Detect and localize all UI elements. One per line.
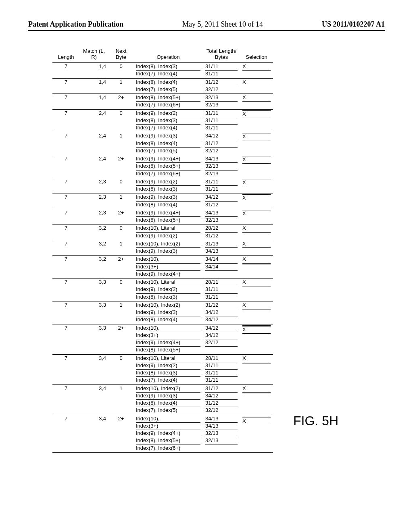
cell-line: 31/11 bbox=[205, 125, 238, 131]
cell: 0 bbox=[108, 354, 133, 384]
cell: 7 bbox=[52, 278, 79, 301]
cell: 31/1234/1234/12 bbox=[203, 301, 240, 324]
cell-line bbox=[242, 164, 271, 164]
cell-line bbox=[242, 86, 271, 87]
cell: 2,4 bbox=[79, 155, 108, 178]
cell: Index(10),Index(3+)Index(9), Index(4+)In… bbox=[133, 415, 203, 452]
cell: X bbox=[240, 278, 273, 301]
header-row: Length Match (L, R) Next Byte Operation … bbox=[52, 47, 273, 63]
cell: X bbox=[240, 78, 273, 94]
table-row: 73,20Index(10), LiteralIndex(9), Index(2… bbox=[52, 224, 273, 240]
cell: 3,4 bbox=[79, 354, 108, 384]
cell: 2+ bbox=[108, 155, 133, 178]
cell-line bbox=[242, 141, 271, 141]
cell-line: 34/12 bbox=[205, 316, 238, 323]
cell-line: 32/12 bbox=[205, 407, 238, 414]
cell: X bbox=[240, 224, 273, 240]
cell: X bbox=[240, 354, 273, 384]
cell: 2,3 bbox=[79, 209, 108, 224]
cell-line: 34/12 bbox=[205, 332, 238, 339]
cell-line: X bbox=[242, 385, 271, 393]
cell: 2,4 bbox=[79, 109, 108, 132]
cell: 2+ bbox=[108, 324, 133, 354]
cell-line: 34/12 bbox=[205, 133, 238, 140]
cell-line bbox=[242, 118, 271, 118]
cell-line: X bbox=[242, 241, 271, 248]
cell: 1 bbox=[108, 384, 133, 415]
cell-line: Index(8), Index(5+) bbox=[136, 347, 200, 353]
cell-line: 34/14 bbox=[205, 264, 238, 271]
cell-line: 31/12 bbox=[205, 202, 238, 208]
cell: 34/1234/1232/12 bbox=[203, 324, 240, 354]
table-row: 73,22+Index(10),Index(3+)Index(9), Index… bbox=[52, 256, 273, 278]
cell: 31/1131/1131/11 bbox=[203, 109, 240, 132]
cell-line: Index(9), Index(4+) bbox=[136, 430, 200, 437]
cell: X bbox=[240, 324, 273, 354]
cell-line: X bbox=[242, 418, 271, 425]
cell: Index(10),Index(3+)Index(9), Index(4+) bbox=[133, 256, 203, 278]
cell: X bbox=[240, 109, 273, 132]
cell: X bbox=[240, 63, 273, 79]
cell-line bbox=[242, 425, 271, 426]
table-body: 71,40Index(8), Index(3)Index(7), Index(4… bbox=[52, 63, 273, 453]
cell: 2+ bbox=[108, 94, 133, 110]
cell-line: Index(8), Index(5+) bbox=[136, 437, 200, 445]
cell: 7 bbox=[52, 193, 79, 209]
cell: X bbox=[240, 94, 273, 110]
header-rule bbox=[28, 30, 385, 31]
cell: Index(10), Index(2)Index(9), Index(3) bbox=[133, 240, 203, 256]
cell: 34/1334/1332/1332/13 bbox=[203, 415, 240, 452]
cell: Index(8), Index(3)Index(7), Index(4) bbox=[133, 63, 203, 79]
table-row: 73,31Index(10), Index(2)Index(9), Index(… bbox=[52, 301, 273, 324]
table-row: 72,42+Index(9), Index(4+)Index(8), Index… bbox=[52, 155, 273, 178]
header-right: US 2011/0102207 A1 bbox=[322, 20, 385, 29]
cell-line bbox=[242, 233, 271, 233]
cell: X bbox=[240, 301, 273, 324]
cell-line: Index(3+) bbox=[136, 423, 200, 430]
cell-line: Index(7), Index(5) bbox=[136, 148, 200, 154]
cell-line: X bbox=[242, 79, 271, 86]
cell-line: Index(7), Index(6+) bbox=[136, 170, 200, 177]
cell-line: Index(9), Index(3) bbox=[136, 133, 200, 140]
cell: 7 bbox=[52, 155, 79, 178]
cell: Index(9), Index(3)Index(8), Index(4) bbox=[133, 193, 203, 209]
cell: 34/1434/14 bbox=[203, 256, 240, 278]
table-row: 72,41Index(9), Index(3)Index(8), Index(4… bbox=[52, 132, 273, 155]
cell-line: Index(10), bbox=[136, 256, 200, 263]
cell: 2+ bbox=[108, 415, 133, 452]
cell-line: Index(8), Index(5+) bbox=[136, 217, 200, 224]
cell-line: X bbox=[242, 256, 271, 263]
table-row: 71,41Index(8), Index(4)Index(7), Index(5… bbox=[52, 78, 273, 94]
cell-line: Index(8), Index(3) bbox=[136, 294, 200, 301]
cell-line: Index(9), Index(2) bbox=[136, 179, 200, 186]
cell-line: 31/11 bbox=[205, 63, 238, 71]
cell: 3,3 bbox=[79, 324, 108, 354]
cell: 7 bbox=[52, 240, 79, 256]
cell-line: 31/11 bbox=[205, 71, 238, 77]
cell: 1,4 bbox=[79, 78, 108, 94]
cell-line bbox=[242, 264, 271, 265]
cell: 7 bbox=[52, 63, 79, 79]
cell: 2+ bbox=[108, 209, 133, 224]
cell: X bbox=[240, 155, 273, 178]
cell: 1 bbox=[108, 301, 133, 324]
cell-line: 34/14 bbox=[205, 256, 238, 263]
cell: 34/1332/1332/13 bbox=[203, 155, 240, 178]
cell-line: Index(9), Index(3) bbox=[136, 248, 200, 255]
cell: 0 bbox=[108, 278, 133, 301]
cell-line bbox=[242, 394, 271, 395]
cell-line: Index(9), Index(3) bbox=[136, 393, 200, 400]
cell-line: 31/12 bbox=[205, 79, 238, 86]
cell-line: 34/12 bbox=[205, 325, 238, 332]
cell: Index(10),Index(3+)Index(9), Index(4+)In… bbox=[133, 324, 203, 354]
cell-line: Index(10), Index(2) bbox=[136, 241, 200, 248]
cell-line: 31/11 bbox=[205, 370, 238, 377]
cell-line: 32/12 bbox=[205, 339, 238, 347]
cell-line: Index(9), Index(4+) bbox=[136, 339, 200, 347]
cell-line: Index(9), Index(3) bbox=[136, 194, 200, 201]
cell: X bbox=[240, 193, 273, 209]
table-row: 73,30Index(10), LiteralIndex(9), Index(2… bbox=[52, 278, 273, 301]
cell-line: X bbox=[242, 94, 271, 102]
cell-line bbox=[242, 310, 271, 310]
cell-line: 28/11 bbox=[205, 355, 238, 362]
